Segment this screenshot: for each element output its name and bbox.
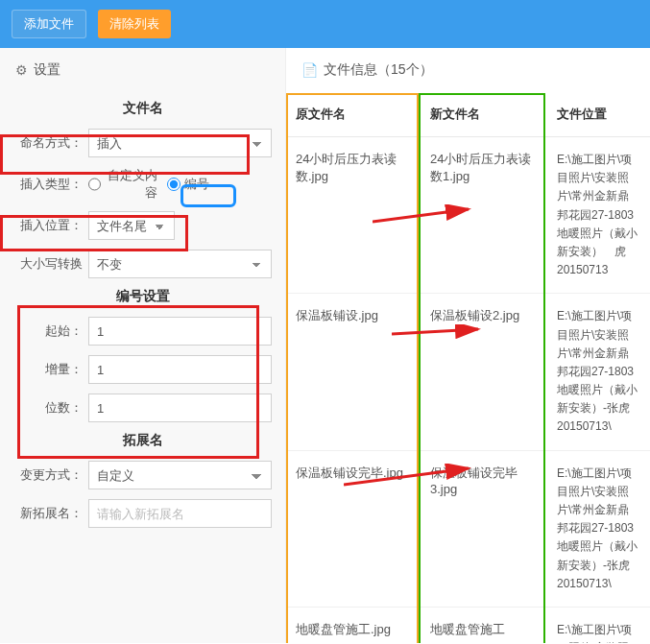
insert-pos-select[interactable]: 文件名尾 bbox=[88, 211, 175, 240]
step-label: 增量： bbox=[13, 361, 83, 378]
new-ext-label: 新拓展名： bbox=[13, 505, 83, 522]
change-method-label: 变更方式： bbox=[13, 466, 83, 484]
file-info-panel: 📄 文件信息（15个） 原文件名 新文件名 文件位置 24小时后压力表读数.jp… bbox=[286, 48, 650, 643]
settings-panel: ⚙ 设置 文件名 命名方式： 插入 插入类型： 自定义内容 编号 bbox=[0, 48, 286, 643]
start-label: 起始： bbox=[13, 322, 83, 340]
insert-type-custom-radio[interactable]: 自定义内容 bbox=[88, 167, 157, 202]
insert-pos-label: 插入位置： bbox=[13, 217, 83, 234]
change-method-select[interactable]: 自定义 bbox=[88, 461, 272, 489]
number-section-title: 编号设置 bbox=[13, 288, 272, 305]
new-cell: 24小时后压力表读数1.jpg bbox=[421, 137, 547, 293]
ext-section-title: 拓展名 bbox=[13, 432, 272, 449]
new-cell: 保温板铺设2.jpg bbox=[421, 294, 547, 449]
insert-type-label: 插入类型： bbox=[13, 176, 83, 193]
new-cell: 保温板铺设完毕3.jpg bbox=[421, 451, 547, 607]
digits-label: 位数： bbox=[13, 399, 83, 417]
loc-cell: E:\施工图片\项目照片\安装照片\常州金新鼎邦花园27-1803地暖照片（戴小… bbox=[547, 294, 650, 449]
clear-list-button[interactable]: 清除列表 bbox=[98, 10, 171, 38]
col-loc-header: 文件位置 bbox=[547, 92, 650, 136]
file-info-title: 文件信息（15个） bbox=[324, 61, 433, 79]
file-icon: 📄 bbox=[301, 62, 318, 78]
naming-method-label: 命名方式： bbox=[13, 134, 83, 152]
top-toolbar: 添加文件 清除列表 bbox=[0, 0, 650, 48]
gear-icon: ⚙ bbox=[15, 62, 28, 78]
settings-title: 设置 bbox=[34, 61, 60, 79]
insert-type-number-radio[interactable]: 编号 bbox=[167, 176, 236, 193]
loc-cell: E:\施工图片\项目照片\安装照片\常州金新鼎邦花园27-1803地暖照片（戴小… bbox=[547, 137, 650, 293]
col-orig-header: 原文件名 bbox=[286, 92, 421, 136]
case-label: 大小写转换 bbox=[13, 255, 83, 273]
table-row: 保温板铺设完毕.jpg 保温板铺设完毕3.jpg E:\施工图片\项目照片\安装… bbox=[286, 451, 650, 608]
orig-cell: 保温板铺设.jpg bbox=[286, 294, 421, 449]
new-ext-input[interactable] bbox=[88, 499, 272, 528]
table-row: 保温板铺设.jpg 保温板铺设2.jpg E:\施工图片\项目照片\安装照片\常… bbox=[286, 294, 650, 450]
col-new-header: 新文件名 bbox=[421, 92, 547, 136]
orig-cell: 保温板铺设完毕.jpg bbox=[286, 451, 421, 607]
table-header: 原文件名 新文件名 文件位置 bbox=[286, 92, 650, 137]
add-file-button[interactable]: 添加文件 bbox=[12, 10, 86, 38]
table-row: 地暖盘管施工.jpg 地暖盘管施工 E:\施工图片\项目照片\安装照片\常州金新… bbox=[286, 608, 650, 643]
table-row: 24小时后压力表读数.jpg 24小时后压力表读数1.jpg E:\施工图片\项… bbox=[286, 137, 650, 294]
loc-cell: E:\施工图片\项目照片\安装照片\常州金新鼎邦花园27-1803 bbox=[547, 608, 650, 643]
digits-input[interactable] bbox=[88, 394, 272, 422]
loc-cell: E:\施工图片\项目照片\安装照片\常州金新鼎邦花园27-1803地暖照片（戴小… bbox=[547, 451, 650, 607]
case-select[interactable]: 不变 bbox=[88, 250, 272, 278]
start-input[interactable] bbox=[88, 317, 272, 346]
filename-section-title: 文件名 bbox=[13, 100, 272, 117]
step-input[interactable] bbox=[88, 355, 272, 384]
orig-cell: 24小时后压力表读数.jpg bbox=[286, 137, 421, 293]
new-cell: 地暖盘管施工 bbox=[421, 608, 547, 643]
naming-method-select[interactable]: 插入 bbox=[88, 129, 272, 157]
orig-cell: 地暖盘管施工.jpg bbox=[286, 608, 421, 643]
